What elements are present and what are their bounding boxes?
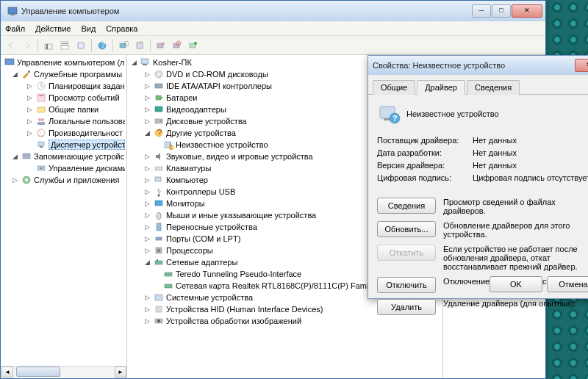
tab-driver[interactable]: Драйвер	[417, 80, 465, 95]
sound-icon	[153, 151, 165, 162]
svg-rect-18	[5, 59, 14, 65]
svg-point-68	[157, 320, 160, 322]
svg-rect-23	[37, 107, 45, 112]
device-manager[interactable]: Диспетчер устройст	[24, 139, 126, 151]
help-button[interactable]: ?	[95, 38, 110, 53]
window-controls: ─ □ ✕	[471, 4, 542, 18]
svg-marker-51	[156, 153, 160, 160]
event-viewer[interactable]: ▷Просмотр событий	[24, 92, 126, 104]
date-label: Дата разработки:	[377, 148, 473, 157]
maximize-button[interactable]: □	[492, 4, 511, 18]
uninstall-desc: Удаление драйвера (для опытных).	[443, 299, 588, 308]
computer-mgmt-icon	[4, 57, 15, 68]
ok-button[interactable]: OK	[490, 276, 542, 292]
svg-rect-66	[156, 306, 162, 312]
app-icon	[7, 5, 18, 17]
properties-button[interactable]	[57, 38, 72, 53]
cancel-button[interactable]: Отмена	[547, 276, 588, 292]
system-icon	[153, 292, 165, 303]
minimize-button[interactable]: ─	[472, 4, 491, 18]
svg-rect-0	[8, 7, 17, 14]
svg-rect-1	[10, 14, 15, 15]
left-scrollbar[interactable]: ◄ ►	[1, 366, 126, 378]
collapse-toggle[interactable]: ◢	[143, 259, 151, 267]
svg-rect-26	[37, 122, 45, 125]
hid-icon	[153, 303, 165, 315]
svg-rect-29	[40, 146, 43, 148]
services-apps-group[interactable]: ▷ Службы и приложения	[10, 174, 126, 186]
menu-action[interactable]: Действие	[35, 24, 71, 33]
svg-rect-53	[155, 177, 161, 181]
storage-icon	[21, 151, 32, 162]
tab-general[interactable]: Общие	[373, 80, 415, 95]
disable-device-button[interactable]: Отключить	[377, 277, 436, 293]
svg-point-56	[157, 212, 161, 220]
svg-rect-37	[143, 64, 147, 65]
dialog-close-button[interactable]: ✕	[575, 59, 588, 72]
svg-rect-64	[165, 284, 172, 288]
tab-details[interactable]: Сведения	[467, 80, 520, 95]
svg-point-33	[40, 167, 42, 169]
disk-management[interactable]: Управление дисками	[24, 162, 126, 174]
mgmt-root[interactable]: Управление компьютером (л	[1, 57, 126, 68]
svg-rect-28	[38, 142, 44, 146]
update-driver-button[interactable]	[132, 38, 147, 53]
close-button[interactable]: ✕	[512, 4, 542, 18]
enable-button[interactable]	[186, 38, 201, 53]
svg-rect-65	[155, 295, 162, 300]
svg-rect-62	[157, 259, 158, 261]
collapse-toggle[interactable]: ◢	[11, 153, 19, 161]
task-scheduler[interactable]: ▷Планировщик задани	[24, 80, 126, 92]
collapse-toggle[interactable]: ◢	[130, 59, 138, 67]
uninstall-button[interactable]	[154, 38, 168, 53]
local-users[interactable]: ▷Локальные пользоват	[24, 115, 126, 127]
expand-toggle[interactable]: ▷	[11, 176, 19, 184]
uninstall-driver-button[interactable]: Удалить	[377, 299, 436, 315]
scroll-left-button[interactable]: ◄	[1, 367, 13, 378]
display-icon	[153, 104, 165, 115]
dialog-body: ? Неизвестное устройство Поставщик драйв…	[368, 95, 588, 328]
disable-button[interactable]	[170, 38, 184, 53]
export-button[interactable]	[74, 38, 88, 53]
cpu-icon	[153, 245, 165, 256]
svg-rect-42	[161, 97, 162, 98]
collapse-toggle[interactable]: ◢	[143, 129, 151, 137]
scroll-right-button[interactable]: ►	[115, 367, 126, 378]
svg-rect-31	[23, 156, 30, 159]
performance[interactable]: ▷Производительност	[24, 127, 126, 139]
svg-rect-3	[46, 44, 48, 49]
svg-rect-43	[155, 107, 162, 112]
svg-rect-63	[165, 272, 172, 276]
left-tree-pane: Управление компьютером (л ◢ Служебные пр…	[1, 55, 127, 378]
unknown-category-icon: ?	[153, 127, 165, 139]
svg-text:!: !	[170, 142, 172, 150]
menu-help[interactable]: Справка	[106, 24, 137, 33]
collapse-toggle[interactable]: ◢	[11, 71, 19, 79]
eventlog-icon	[35, 92, 47, 104]
shared-folders[interactable]: ▷Общие папки	[24, 104, 126, 115]
svg-rect-6	[62, 45, 68, 46]
mouse-icon	[153, 209, 165, 221]
dialog-title: Свойства: Неизвестное устройство	[373, 61, 574, 70]
svg-point-39	[158, 73, 160, 76]
titlebar[interactable]: Управление компьютером ─ □ ✕	[1, 1, 545, 21]
scroll-thumb[interactable]	[16, 367, 60, 377]
up-button[interactable]	[41, 38, 56, 53]
back-button[interactable]	[4, 38, 18, 53]
update-driver-button[interactable]: Обновить...	[377, 221, 436, 237]
dialog-titlebar[interactable]: Свойства: Неизвестное устройство ✕	[368, 56, 588, 75]
storage-group[interactable]: ◢ Запоминающие устройс	[10, 151, 126, 162]
svg-text:?: ?	[392, 114, 398, 123]
svg-rect-30	[23, 154, 30, 156]
svg-rect-21	[37, 94, 45, 101]
forward-button[interactable]	[20, 38, 35, 53]
menu-view[interactable]: Вид	[81, 24, 96, 33]
scan-hardware-button[interactable]	[116, 38, 131, 53]
menu-file[interactable]: Файл	[5, 24, 25, 33]
portable-icon	[153, 221, 165, 233]
system-tools-group[interactable]: ◢ Служебные программы	[10, 68, 126, 80]
perf-icon	[35, 127, 47, 139]
driver-details-button[interactable]: Сведения	[377, 198, 436, 214]
rollback-desc: Если устройство не работает после обновл…	[443, 245, 588, 271]
svg-rect-36	[141, 59, 148, 64]
